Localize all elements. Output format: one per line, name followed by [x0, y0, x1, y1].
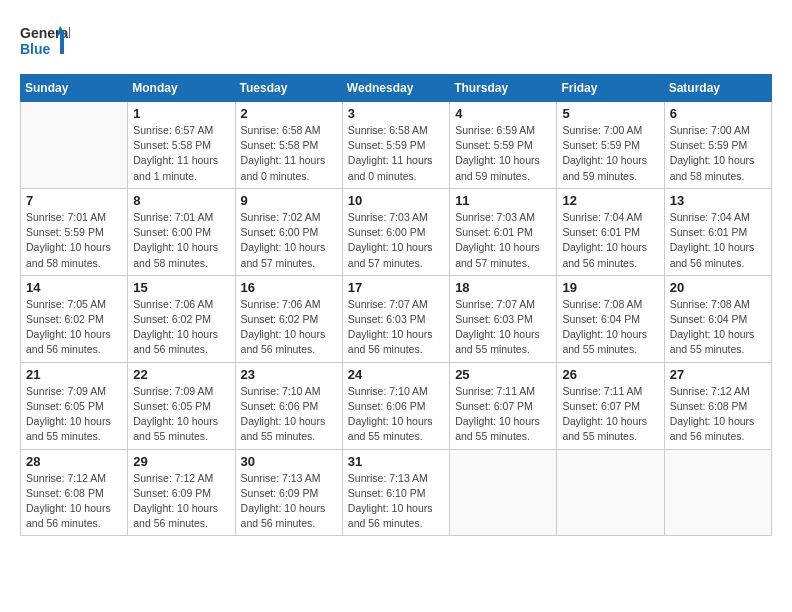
day-info: Sunrise: 7:07 AM Sunset: 6:03 PM Dayligh… [348, 297, 444, 358]
day-number: 6 [670, 106, 766, 121]
day-number: 28 [26, 454, 122, 469]
calendar-cell: 7Sunrise: 7:01 AM Sunset: 5:59 PM Daylig… [21, 188, 128, 275]
day-number: 4 [455, 106, 551, 121]
calendar-cell: 4Sunrise: 6:59 AM Sunset: 5:59 PM Daylig… [450, 102, 557, 189]
calendar-cell: 22Sunrise: 7:09 AM Sunset: 6:05 PM Dayli… [128, 362, 235, 449]
logo-svg: GeneralBlue [20, 20, 70, 64]
calendar-cell: 2Sunrise: 6:58 AM Sunset: 5:58 PM Daylig… [235, 102, 342, 189]
calendar-cell: 31Sunrise: 7:13 AM Sunset: 6:10 PM Dayli… [342, 449, 449, 536]
calendar-cell: 27Sunrise: 7:12 AM Sunset: 6:08 PM Dayli… [664, 362, 771, 449]
day-info: Sunrise: 7:04 AM Sunset: 6:01 PM Dayligh… [670, 210, 766, 271]
day-info: Sunrise: 7:00 AM Sunset: 5:59 PM Dayligh… [562, 123, 658, 184]
calendar-cell: 21Sunrise: 7:09 AM Sunset: 6:05 PM Dayli… [21, 362, 128, 449]
day-info: Sunrise: 7:07 AM Sunset: 6:03 PM Dayligh… [455, 297, 551, 358]
calendar-cell: 10Sunrise: 7:03 AM Sunset: 6:00 PM Dayli… [342, 188, 449, 275]
calendar-body: 1Sunrise: 6:57 AM Sunset: 5:58 PM Daylig… [21, 102, 772, 536]
day-number: 29 [133, 454, 229, 469]
day-number: 26 [562, 367, 658, 382]
day-info: Sunrise: 7:13 AM Sunset: 6:09 PM Dayligh… [241, 471, 337, 532]
day-header-sunday: Sunday [21, 75, 128, 102]
day-header-monday: Monday [128, 75, 235, 102]
calendar-cell: 11Sunrise: 7:03 AM Sunset: 6:01 PM Dayli… [450, 188, 557, 275]
calendar-week-5: 28Sunrise: 7:12 AM Sunset: 6:08 PM Dayli… [21, 449, 772, 536]
calendar-cell: 23Sunrise: 7:10 AM Sunset: 6:06 PM Dayli… [235, 362, 342, 449]
calendar-table: SundayMondayTuesdayWednesdayThursdayFrid… [20, 74, 772, 536]
day-info: Sunrise: 7:13 AM Sunset: 6:10 PM Dayligh… [348, 471, 444, 532]
svg-text:Blue: Blue [20, 41, 51, 57]
calendar-week-3: 14Sunrise: 7:05 AM Sunset: 6:02 PM Dayli… [21, 275, 772, 362]
calendar-cell: 24Sunrise: 7:10 AM Sunset: 6:06 PM Dayli… [342, 362, 449, 449]
day-number: 3 [348, 106, 444, 121]
calendar-week-2: 7Sunrise: 7:01 AM Sunset: 5:59 PM Daylig… [21, 188, 772, 275]
day-number: 15 [133, 280, 229, 295]
day-info: Sunrise: 6:58 AM Sunset: 5:59 PM Dayligh… [348, 123, 444, 184]
day-info: Sunrise: 7:11 AM Sunset: 6:07 PM Dayligh… [562, 384, 658, 445]
day-info: Sunrise: 7:08 AM Sunset: 6:04 PM Dayligh… [670, 297, 766, 358]
calendar-header: SundayMondayTuesdayWednesdayThursdayFrid… [21, 75, 772, 102]
day-info: Sunrise: 7:11 AM Sunset: 6:07 PM Dayligh… [455, 384, 551, 445]
day-number: 31 [348, 454, 444, 469]
day-info: Sunrise: 7:12 AM Sunset: 6:08 PM Dayligh… [26, 471, 122, 532]
calendar-cell [664, 449, 771, 536]
day-number: 9 [241, 193, 337, 208]
day-number: 30 [241, 454, 337, 469]
day-number: 18 [455, 280, 551, 295]
day-header-tuesday: Tuesday [235, 75, 342, 102]
day-number: 27 [670, 367, 766, 382]
calendar-cell: 28Sunrise: 7:12 AM Sunset: 6:08 PM Dayli… [21, 449, 128, 536]
calendar-cell: 26Sunrise: 7:11 AM Sunset: 6:07 PM Dayli… [557, 362, 664, 449]
day-number: 5 [562, 106, 658, 121]
calendar-cell: 9Sunrise: 7:02 AM Sunset: 6:00 PM Daylig… [235, 188, 342, 275]
calendar-cell [557, 449, 664, 536]
day-number: 17 [348, 280, 444, 295]
page-header: GeneralBlue [20, 20, 772, 64]
calendar-cell: 12Sunrise: 7:04 AM Sunset: 6:01 PM Dayli… [557, 188, 664, 275]
day-number: 22 [133, 367, 229, 382]
calendar-cell: 19Sunrise: 7:08 AM Sunset: 6:04 PM Dayli… [557, 275, 664, 362]
day-header-wednesday: Wednesday [342, 75, 449, 102]
day-info: Sunrise: 7:10 AM Sunset: 6:06 PM Dayligh… [348, 384, 444, 445]
day-number: 1 [133, 106, 229, 121]
day-number: 20 [670, 280, 766, 295]
day-info: Sunrise: 7:03 AM Sunset: 6:00 PM Dayligh… [348, 210, 444, 271]
day-info: Sunrise: 6:58 AM Sunset: 5:58 PM Dayligh… [241, 123, 337, 184]
day-info: Sunrise: 7:08 AM Sunset: 6:04 PM Dayligh… [562, 297, 658, 358]
calendar-week-4: 21Sunrise: 7:09 AM Sunset: 6:05 PM Dayli… [21, 362, 772, 449]
day-number: 14 [26, 280, 122, 295]
day-info: Sunrise: 7:03 AM Sunset: 6:01 PM Dayligh… [455, 210, 551, 271]
day-number: 23 [241, 367, 337, 382]
day-number: 12 [562, 193, 658, 208]
calendar-cell: 14Sunrise: 7:05 AM Sunset: 6:02 PM Dayli… [21, 275, 128, 362]
calendar-cell: 1Sunrise: 6:57 AM Sunset: 5:58 PM Daylig… [128, 102, 235, 189]
day-info: Sunrise: 6:57 AM Sunset: 5:58 PM Dayligh… [133, 123, 229, 184]
day-info: Sunrise: 7:12 AM Sunset: 6:08 PM Dayligh… [670, 384, 766, 445]
calendar-cell: 20Sunrise: 7:08 AM Sunset: 6:04 PM Dayli… [664, 275, 771, 362]
day-number: 24 [348, 367, 444, 382]
day-info: Sunrise: 7:06 AM Sunset: 6:02 PM Dayligh… [133, 297, 229, 358]
day-info: Sunrise: 7:01 AM Sunset: 5:59 PM Dayligh… [26, 210, 122, 271]
calendar-cell: 18Sunrise: 7:07 AM Sunset: 6:03 PM Dayli… [450, 275, 557, 362]
calendar-cell: 13Sunrise: 7:04 AM Sunset: 6:01 PM Dayli… [664, 188, 771, 275]
calendar-cell: 5Sunrise: 7:00 AM Sunset: 5:59 PM Daylig… [557, 102, 664, 189]
calendar-cell: 17Sunrise: 7:07 AM Sunset: 6:03 PM Dayli… [342, 275, 449, 362]
day-header-saturday: Saturday [664, 75, 771, 102]
day-number: 7 [26, 193, 122, 208]
day-number: 11 [455, 193, 551, 208]
calendar-cell [21, 102, 128, 189]
day-number: 13 [670, 193, 766, 208]
day-info: Sunrise: 7:04 AM Sunset: 6:01 PM Dayligh… [562, 210, 658, 271]
logo: GeneralBlue [20, 20, 70, 64]
day-info: Sunrise: 7:12 AM Sunset: 6:09 PM Dayligh… [133, 471, 229, 532]
calendar-cell [450, 449, 557, 536]
calendar-cell: 16Sunrise: 7:06 AM Sunset: 6:02 PM Dayli… [235, 275, 342, 362]
day-number: 21 [26, 367, 122, 382]
calendar-week-1: 1Sunrise: 6:57 AM Sunset: 5:58 PM Daylig… [21, 102, 772, 189]
day-info: Sunrise: 7:01 AM Sunset: 6:00 PM Dayligh… [133, 210, 229, 271]
day-number: 25 [455, 367, 551, 382]
day-info: Sunrise: 7:05 AM Sunset: 6:02 PM Dayligh… [26, 297, 122, 358]
day-info: Sunrise: 7:06 AM Sunset: 6:02 PM Dayligh… [241, 297, 337, 358]
calendar-cell: 30Sunrise: 7:13 AM Sunset: 6:09 PM Dayli… [235, 449, 342, 536]
day-info: Sunrise: 7:09 AM Sunset: 6:05 PM Dayligh… [133, 384, 229, 445]
day-number: 8 [133, 193, 229, 208]
day-info: Sunrise: 7:00 AM Sunset: 5:59 PM Dayligh… [670, 123, 766, 184]
